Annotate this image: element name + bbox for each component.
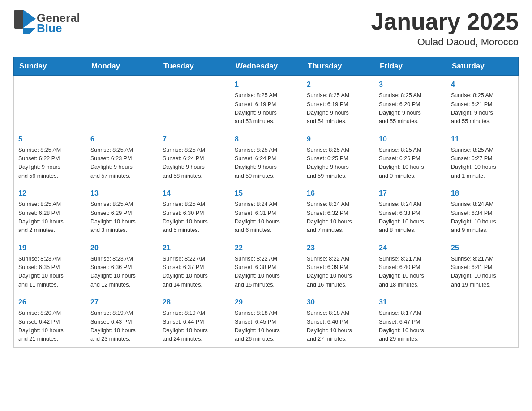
- calendar-cell: 15Sunrise: 8:24 AM Sunset: 6:31 PM Dayli…: [230, 184, 302, 239]
- calendar-cell: 3Sunrise: 8:25 AM Sunset: 6:20 PM Daylig…: [374, 76, 446, 130]
- day-number: 3: [379, 79, 442, 90]
- calendar-cell: 22Sunrise: 8:22 AM Sunset: 6:38 PM Dayli…: [230, 239, 302, 293]
- day-number: 9: [307, 134, 369, 145]
- day-info: Sunrise: 8:19 AM Sunset: 6:44 PM Dayligh…: [163, 309, 225, 344]
- day-number: 5: [18, 134, 81, 145]
- calendar-cell: 30Sunrise: 8:18 AM Sunset: 6:46 PM Dayli…: [302, 293, 374, 348]
- col-friday: Friday: [374, 57, 446, 76]
- day-info: Sunrise: 8:21 AM Sunset: 6:41 PM Dayligh…: [451, 255, 514, 290]
- day-number: 7: [163, 134, 225, 145]
- day-number: 21: [163, 243, 225, 253]
- calendar-cell: 28Sunrise: 8:19 AM Sunset: 6:44 PM Dayli…: [158, 293, 230, 348]
- calendar-week-row: 12Sunrise: 8:25 AM Sunset: 6:28 PM Dayli…: [14, 184, 519, 239]
- day-info: Sunrise: 8:24 AM Sunset: 6:32 PM Dayligh…: [307, 200, 369, 235]
- day-info: Sunrise: 8:25 AM Sunset: 6:19 PM Dayligh…: [235, 91, 297, 126]
- day-info: Sunrise: 8:19 AM Sunset: 6:43 PM Dayligh…: [90, 309, 153, 344]
- calendar-cell: 12Sunrise: 8:25 AM Sunset: 6:28 PM Dayli…: [14, 184, 86, 239]
- calendar-cell: 8Sunrise: 8:25 AM Sunset: 6:24 PM Daylig…: [230, 130, 302, 184]
- svg-marker-2: [23, 28, 36, 34]
- logo: General Blue: [13, 9, 80, 37]
- day-info: Sunrise: 8:20 AM Sunset: 6:42 PM Dayligh…: [18, 309, 81, 344]
- calendar-cell: 29Sunrise: 8:18 AM Sunset: 6:45 PM Dayli…: [230, 293, 302, 348]
- day-number: 2: [307, 79, 369, 90]
- calendar-cell: 14Sunrise: 8:25 AM Sunset: 6:30 PM Dayli…: [158, 184, 230, 239]
- title-section: January 2025 Oulad Daoud, Morocco: [371, 9, 519, 48]
- day-number: 19: [18, 243, 81, 253]
- calendar-week-row: 19Sunrise: 8:23 AM Sunset: 6:35 PM Dayli…: [14, 239, 519, 293]
- day-info: Sunrise: 8:25 AM Sunset: 6:25 PM Dayligh…: [307, 146, 369, 181]
- calendar-cell: [86, 76, 158, 130]
- calendar-title: January 2025: [371, 9, 519, 34]
- calendar-cell: 6Sunrise: 8:25 AM Sunset: 6:23 PM Daylig…: [86, 130, 158, 184]
- calendar-table: Sunday Monday Tuesday Wednesday Thursday…: [13, 57, 519, 348]
- day-info: Sunrise: 8:24 AM Sunset: 6:33 PM Dayligh…: [379, 200, 442, 235]
- day-number: 12: [18, 188, 81, 199]
- calendar-body: 1Sunrise: 8:25 AM Sunset: 6:19 PM Daylig…: [14, 76, 519, 348]
- calendar-cell: 9Sunrise: 8:25 AM Sunset: 6:25 PM Daylig…: [302, 130, 374, 184]
- col-thursday: Thursday: [302, 57, 374, 76]
- day-info: Sunrise: 8:22 AM Sunset: 6:37 PM Dayligh…: [163, 255, 225, 290]
- day-number: 15: [235, 188, 297, 199]
- calendar-cell: 19Sunrise: 8:23 AM Sunset: 6:35 PM Dayli…: [14, 239, 86, 293]
- page-header: General Blue January 2025 Oulad Daoud, M…: [13, 9, 519, 48]
- day-info: Sunrise: 8:25 AM Sunset: 6:22 PM Dayligh…: [18, 146, 81, 181]
- day-info: Sunrise: 8:25 AM Sunset: 6:28 PM Dayligh…: [18, 200, 81, 235]
- calendar-cell: [158, 76, 230, 130]
- day-number: 18: [451, 188, 514, 199]
- calendar-cell: 2Sunrise: 8:25 AM Sunset: 6:19 PM Daylig…: [302, 76, 374, 130]
- day-info: Sunrise: 8:25 AM Sunset: 6:27 PM Dayligh…: [451, 146, 514, 181]
- day-number: 16: [307, 188, 369, 199]
- calendar-cell: 26Sunrise: 8:20 AM Sunset: 6:42 PM Dayli…: [14, 293, 86, 348]
- calendar-cell: 25Sunrise: 8:21 AM Sunset: 6:41 PM Dayli…: [446, 239, 519, 293]
- calendar-cell: 21Sunrise: 8:22 AM Sunset: 6:37 PM Dayli…: [158, 239, 230, 293]
- day-number: 4: [451, 79, 514, 90]
- svg-marker-1: [23, 10, 36, 28]
- calendar-week-row: 5Sunrise: 8:25 AM Sunset: 6:22 PM Daylig…: [14, 130, 519, 184]
- day-info: Sunrise: 8:25 AM Sunset: 6:23 PM Dayligh…: [90, 146, 153, 181]
- calendar-cell: 18Sunrise: 8:24 AM Sunset: 6:34 PM Dayli…: [446, 184, 519, 239]
- day-number: 14: [163, 188, 225, 199]
- day-info: Sunrise: 8:23 AM Sunset: 6:35 PM Dayligh…: [18, 255, 81, 290]
- day-number: 28: [163, 297, 225, 308]
- day-info: Sunrise: 8:17 AM Sunset: 6:47 PM Dayligh…: [379, 309, 442, 344]
- calendar-cell: [446, 293, 519, 348]
- day-number: 17: [379, 188, 442, 199]
- day-number: 22: [235, 243, 297, 253]
- calendar-cell: 7Sunrise: 8:25 AM Sunset: 6:24 PM Daylig…: [158, 130, 230, 184]
- calendar-cell: 17Sunrise: 8:24 AM Sunset: 6:33 PM Dayli…: [374, 184, 446, 239]
- svg-rect-0: [14, 10, 23, 29]
- day-info: Sunrise: 8:23 AM Sunset: 6:36 PM Dayligh…: [90, 255, 153, 290]
- day-number: 27: [90, 297, 153, 308]
- calendar-cell: 13Sunrise: 8:25 AM Sunset: 6:29 PM Dayli…: [86, 184, 158, 239]
- calendar-cell: 16Sunrise: 8:24 AM Sunset: 6:32 PM Dayli…: [302, 184, 374, 239]
- day-number: 24: [379, 243, 442, 253]
- col-tuesday: Tuesday: [158, 57, 230, 76]
- day-info: Sunrise: 8:22 AM Sunset: 6:39 PM Dayligh…: [307, 255, 369, 290]
- day-info: Sunrise: 8:24 AM Sunset: 6:34 PM Dayligh…: [451, 200, 514, 235]
- calendar-cell: 23Sunrise: 8:22 AM Sunset: 6:39 PM Dayli…: [302, 239, 374, 293]
- calendar-week-row: 26Sunrise: 8:20 AM Sunset: 6:42 PM Dayli…: [14, 293, 519, 348]
- day-info: Sunrise: 8:25 AM Sunset: 6:19 PM Dayligh…: [307, 91, 369, 126]
- day-info: Sunrise: 8:24 AM Sunset: 6:31 PM Dayligh…: [235, 200, 297, 235]
- calendar-cell: [14, 76, 86, 130]
- calendar-cell: 20Sunrise: 8:23 AM Sunset: 6:36 PM Dayli…: [86, 239, 158, 293]
- day-number: 8: [235, 134, 297, 145]
- calendar-cell: 11Sunrise: 8:25 AM Sunset: 6:27 PM Dayli…: [446, 130, 519, 184]
- day-number: 31: [379, 297, 442, 308]
- day-number: 11: [451, 134, 514, 145]
- day-number: 23: [307, 243, 369, 253]
- day-info: Sunrise: 8:25 AM Sunset: 6:30 PM Dayligh…: [163, 200, 225, 235]
- day-number: 13: [90, 188, 153, 199]
- day-number: 29: [235, 297, 297, 308]
- day-number: 1: [235, 79, 297, 90]
- day-info: Sunrise: 8:21 AM Sunset: 6:40 PM Dayligh…: [379, 255, 442, 290]
- day-number: 26: [18, 297, 81, 308]
- day-number: 30: [307, 297, 369, 308]
- day-info: Sunrise: 8:18 AM Sunset: 6:46 PM Dayligh…: [307, 309, 369, 344]
- day-info: Sunrise: 8:18 AM Sunset: 6:45 PM Dayligh…: [235, 309, 297, 344]
- day-info: Sunrise: 8:25 AM Sunset: 6:20 PM Dayligh…: [379, 91, 442, 126]
- day-number: 10: [379, 134, 442, 145]
- day-info: Sunrise: 8:25 AM Sunset: 6:24 PM Dayligh…: [235, 146, 297, 181]
- col-wednesday: Wednesday: [230, 57, 302, 76]
- calendar-cell: 27Sunrise: 8:19 AM Sunset: 6:43 PM Dayli…: [86, 293, 158, 348]
